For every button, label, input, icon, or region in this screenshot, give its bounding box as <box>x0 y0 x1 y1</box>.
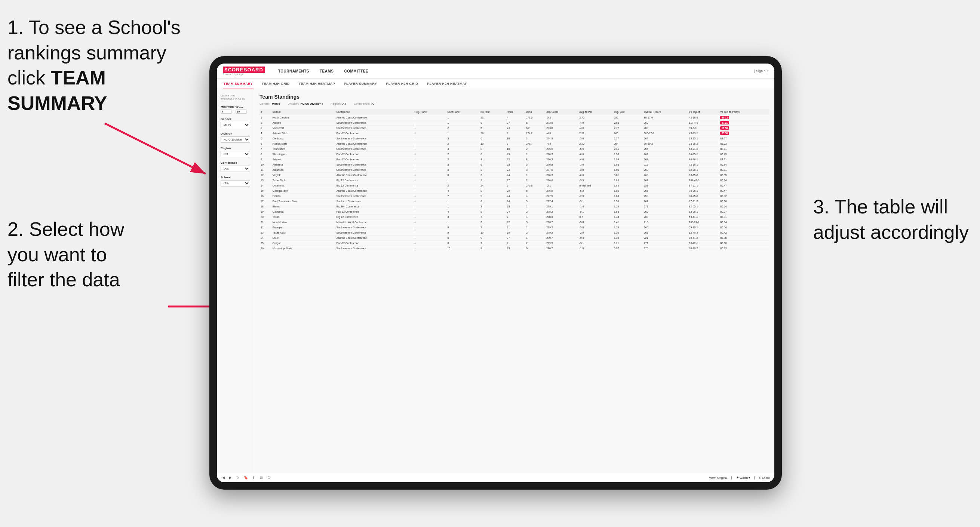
conference-cell: Pac-12 Conference <box>336 131 414 136</box>
reg-rank-cell: - <box>414 152 446 157</box>
table-row: 17 East Tennessee State Southern Confere… <box>259 199 769 204</box>
conference-filter-pill: Conference: All <box>354 102 375 105</box>
tab-team-h2h-grid[interactable]: TEAM H2H GRID <box>261 79 291 89</box>
rank-from-input[interactable] <box>221 110 232 114</box>
nav-teams[interactable]: TEAMS <box>319 68 335 75</box>
overall-cell: 265 <box>643 188 688 194</box>
conf-rank-cell: 1 <box>446 121 479 125</box>
rank-cell: 23 <box>259 230 272 235</box>
tab-player-h2h-heatmap[interactable]: PLAYER H2H HEATMAP <box>426 79 468 89</box>
overall-cell: 262 <box>643 152 688 157</box>
col-avg-low: Avg. Low <box>613 109 643 115</box>
school-cell: East Tennessee State <box>272 199 336 204</box>
adj-score-cell: 275.9 <box>545 146 578 152</box>
rank-cell: 24 <box>259 235 272 241</box>
sign-out-button[interactable]: | Sign out <box>754 69 768 73</box>
tab-team-h2h-heatmap[interactable]: TEAM H2H HEATMAP <box>298 79 336 89</box>
division-select[interactable]: NCAA Division I <box>221 137 250 143</box>
tab-player-h2h-grid[interactable]: PLAYER H2H GRID <box>385 79 419 89</box>
conference-select[interactable]: (All) <box>221 165 250 172</box>
conference-cell: Southeastern Conference <box>336 125 414 131</box>
bookmark-btn[interactable]: 🔖 <box>243 475 249 480</box>
conf-rank-cell: 1 <box>446 131 479 136</box>
reg-rank-cell: - <box>414 115 446 121</box>
avg-par-cell: -5.1 <box>578 209 613 214</box>
conf-rank-cell: 5 <box>446 235 479 241</box>
rnds-cell: 4 <box>506 115 525 121</box>
overall-cell: 258 <box>643 194 688 199</box>
score-cell: 80.84 <box>719 162 769 167</box>
school-cell: Alabama <box>272 162 336 167</box>
refresh-btn[interactable]: ↻ <box>235 475 240 480</box>
table-row: 9 Arizona Pac-12 Conference - 2 8 22 8 2… <box>259 157 769 162</box>
rnds-cell: 27 <box>506 178 525 183</box>
reg-rank-cell: - <box>414 199 446 204</box>
region-select[interactable]: N/A <box>221 151 250 157</box>
share-btn[interactable]: ⬆ Share <box>759 476 770 479</box>
score-cell: 82.71 <box>719 146 769 152</box>
adj-score-cell: -4.0 <box>545 131 578 136</box>
table-row: 24 Duke Atlantic Coast Conference - 5 9 … <box>259 235 769 241</box>
conf-rank-cell: 1 <box>446 220 479 225</box>
rnds-cell: 16 <box>506 146 525 152</box>
arrow-team-summary <box>97 116 224 183</box>
top25-cell: 87-21-2 <box>688 199 719 204</box>
avg-low-cell: 1.39 <box>613 235 643 241</box>
standings-table: # School Conference Reg. Rank Conf Rank … <box>259 109 769 251</box>
wins-cell: 1 <box>525 235 545 241</box>
table-row: 26 Mississippi State Southeastern Confer… <box>259 246 769 251</box>
avg-low-cell: 0.97 <box>613 246 643 251</box>
avg-low-cell: 1.90 <box>613 167 643 173</box>
overall-cell: 269 <box>643 214 688 220</box>
adj-score-cell: 277.5 <box>545 194 578 199</box>
filter-region: Region N/A <box>221 146 250 157</box>
table-row: 16 Florida Southeastern Conference - 7 9… <box>259 194 769 199</box>
top25-cell: 86-26-1 <box>688 157 719 162</box>
school-cell: Oregon <box>272 241 336 246</box>
gender-select[interactable]: Men's <box>221 122 250 128</box>
conf-rank-cell: 9 <box>446 230 479 235</box>
school-select[interactable]: (All) <box>221 180 250 187</box>
forward-btn[interactable]: ▶ <box>229 475 232 480</box>
rnds-cell: 22 <box>506 157 525 162</box>
tab-btn[interactable]: ⊞ <box>259 475 264 480</box>
wins-cell: 274.2 <box>525 131 545 136</box>
view-original-btn[interactable]: View: Original <box>709 476 727 479</box>
top25-cell: 109-24-2 <box>688 220 719 225</box>
rank-cell: 20 <box>259 214 272 220</box>
rnds-cell: 29 <box>506 188 525 194</box>
sidebar: Update time: 27/03/2024 16:56:26 Minimum… <box>217 89 254 473</box>
watch-btn[interactable]: 👁 Watch ▾ <box>736 476 750 479</box>
avg-par-cell: -3.1 <box>578 241 613 246</box>
tab-player-summary[interactable]: PLAYER SUMMARY <box>343 79 378 89</box>
clock-btn[interactable]: ⏱ <box>267 475 272 480</box>
avg-low-cell: 1.98 <box>613 157 643 162</box>
rnds-cell: 30 <box>506 230 525 235</box>
score-cell: 80.34 <box>719 178 769 183</box>
school-cell: Texas A&M <box>272 230 336 235</box>
rank-cell: 17 <box>259 199 272 204</box>
score-cell: 80.84 <box>719 220 769 225</box>
rank-to-input[interactable] <box>235 110 247 114</box>
school-cell: California <box>272 209 336 214</box>
overall-cell: 269 <box>643 230 688 235</box>
reg-rank-cell: - <box>414 220 446 225</box>
tab-team-summary[interactable]: TEAM SUMMARY <box>223 79 253 89</box>
rnds-cell: 21 <box>506 241 525 246</box>
nav-tournaments[interactable]: TOURNAMENTS <box>277 68 310 75</box>
col-top25: Vs Top 25 <box>688 109 719 115</box>
table-row: 19 California Pac-12 Conference - 4 8 24… <box>259 209 769 214</box>
back-btn[interactable]: ◀ <box>221 475 226 480</box>
table-row: 10 Alabama Southeastern Conference - 5 6… <box>259 162 769 167</box>
rank-cell: 12 <box>259 173 272 178</box>
school-cell: Tennessee <box>272 146 336 152</box>
rank-cell: 21 <box>259 220 272 225</box>
avg-low-cell: 1.85 <box>613 188 643 194</box>
share-icon[interactable]: ⬆ <box>251 475 256 480</box>
nav-committee[interactable]: COMMITTEE <box>344 68 369 75</box>
top25-cell: 80-25-0 <box>688 194 719 199</box>
conference-cell: Big Ten Conference <box>336 204 414 209</box>
no-tour-cell: 9 <box>479 235 506 241</box>
top25-cell: 66-42-1 <box>688 241 719 246</box>
school-cell: Auburn <box>272 121 336 125</box>
